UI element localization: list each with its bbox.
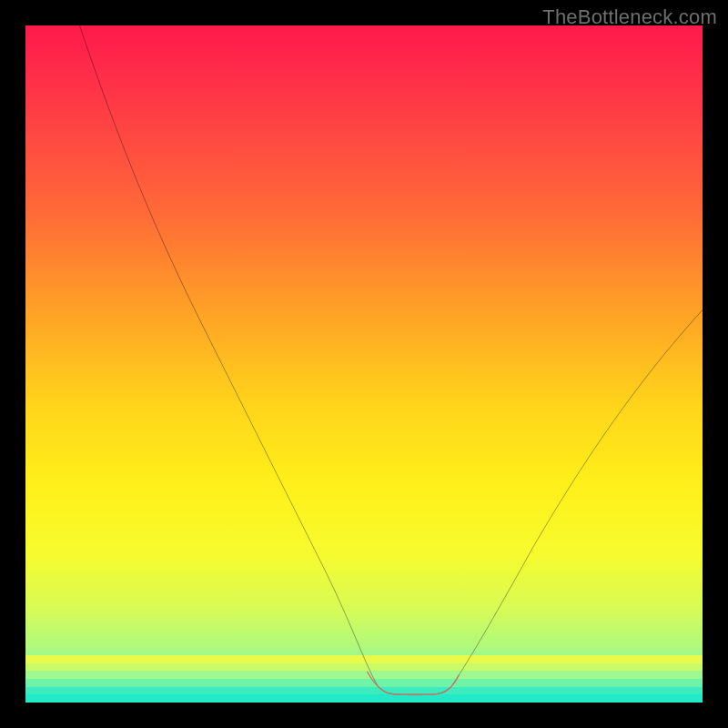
curve-path <box>80 25 703 694</box>
watermark-text: TheBottleneck.com <box>542 5 717 29</box>
bottleneck-curve <box>25 25 703 703</box>
chart-frame: TheBottleneck.com <box>0 0 728 728</box>
plot-area <box>25 25 703 703</box>
curve-bottom-highlight <box>368 672 459 695</box>
